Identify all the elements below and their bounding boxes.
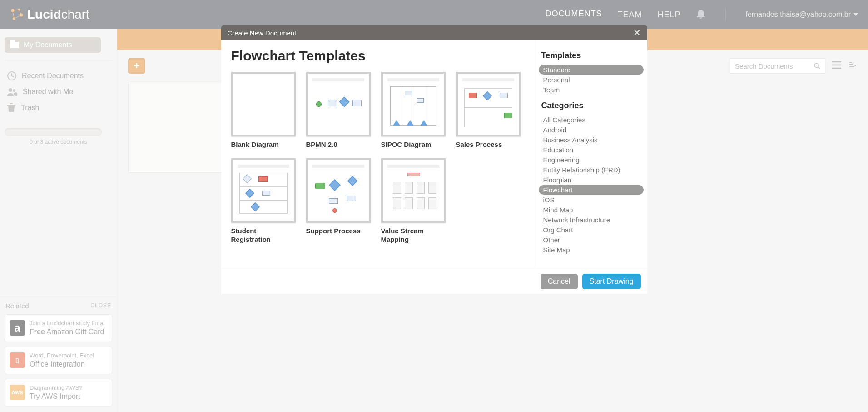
templates-section-title: Templates — [541, 51, 644, 60]
modal-title: Create New Document — [228, 29, 297, 37]
category-item[interactable]: iOS — [539, 195, 644, 205]
template-label: Support Process — [306, 226, 371, 236]
filters-pane: Templates StandardPersonalTeam Categorie… — [535, 40, 647, 294]
template-label: BPMN 2.0 — [306, 140, 371, 149]
modal-footer: Cancel Start Drawing — [221, 269, 647, 294]
category-item[interactable]: Floorplan — [539, 175, 644, 185]
template-thumb[interactable] — [306, 72, 371, 136]
category-item[interactable]: Android — [539, 125, 644, 135]
category-item[interactable]: Education — [539, 145, 644, 155]
cancel-button[interactable]: Cancel — [541, 274, 578, 289]
category-item[interactable]: Engineering — [539, 155, 644, 165]
template-thumb[interactable] — [381, 158, 446, 223]
template-label: Value Stream Mapping — [381, 226, 446, 244]
template-tab[interactable]: Standard — [539, 65, 644, 75]
template-label: SIPOC Diagram — [381, 140, 446, 149]
modal-close-button[interactable]: ✕ — [633, 27, 641, 38]
category-item[interactable]: Entity Relationship (ERD) — [539, 165, 644, 175]
start-drawing-button[interactable]: Start Drawing — [582, 274, 641, 289]
create-document-modal: Create New Document ✕ Flowchart Template… — [221, 25, 647, 294]
category-item[interactable]: Business Analysis — [539, 135, 644, 145]
template-label: Student Registration — [231, 226, 296, 244]
categories-section-title: Categories — [541, 101, 644, 111]
category-item[interactable]: Other — [539, 235, 644, 245]
template-thumb[interactable] — [381, 72, 446, 136]
template-label: Sales Process — [456, 140, 521, 149]
category-item[interactable]: Network Infrastructure — [539, 215, 644, 225]
category-item[interactable]: Mind Map — [539, 205, 644, 215]
category-item[interactable]: Org Chart — [539, 225, 644, 235]
template-thumb[interactable] — [306, 158, 371, 223]
template-thumb[interactable] — [231, 158, 296, 223]
template-tab[interactable]: Personal — [539, 75, 644, 85]
template-thumb[interactable] — [231, 72, 296, 136]
modal-header: Create New Document ✕ — [221, 25, 647, 40]
template-thumb[interactable] — [456, 72, 521, 136]
templates-pane: Flowchart Templates Blank Diagram BPMN 2… — [221, 40, 535, 294]
category-item[interactable]: Site Map — [539, 245, 644, 255]
template-tab[interactable]: Team — [539, 85, 644, 95]
category-item[interactable]: All Categories — [539, 115, 644, 125]
templates-heading: Flowchart Templates — [231, 48, 525, 64]
category-item[interactable]: Flowchart — [539, 185, 644, 195]
template-label: Blank Diagram — [231, 140, 296, 149]
